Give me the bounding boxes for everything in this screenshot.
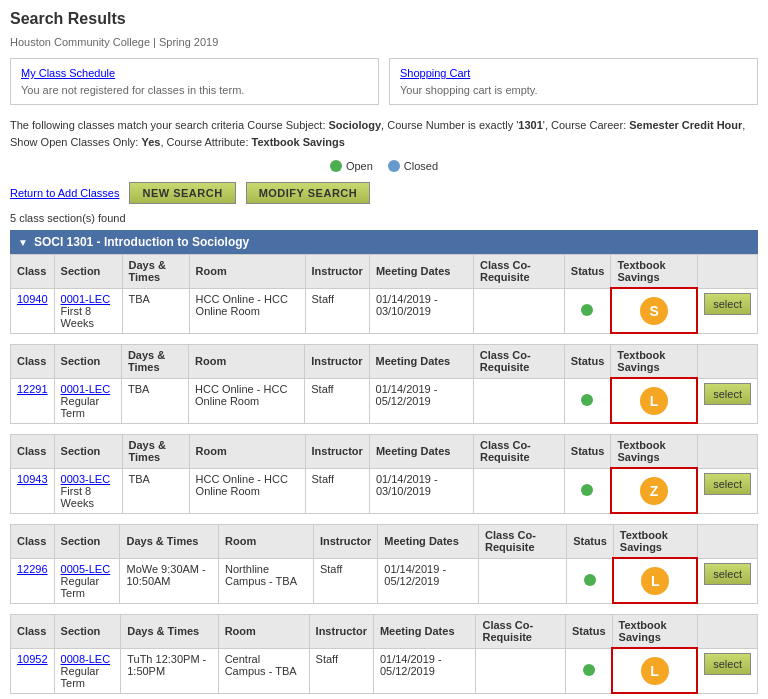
table-row: 12291 0001-LEC Regular Term TBA HCC Onli… xyxy=(11,378,758,423)
status-open-dot xyxy=(581,484,593,496)
class-textbook[interactable]: L xyxy=(613,558,697,603)
textbook-icon[interactable]: S xyxy=(640,297,668,325)
results-found-text: 5 class section(s) found xyxy=(10,212,758,224)
class-textbook[interactable]: L xyxy=(612,648,697,693)
col-days-times: Days & Times xyxy=(121,615,218,649)
class-days-times: TBA xyxy=(121,378,188,423)
col-instructor: Instructor xyxy=(305,435,369,469)
class-number: 10943 xyxy=(11,468,55,513)
class-section-link[interactable]: 0001-LEC xyxy=(61,293,111,305)
class-status xyxy=(567,558,614,603)
class-co-req xyxy=(474,468,565,513)
open-legend: Open xyxy=(330,160,373,172)
class-co-req xyxy=(473,378,564,423)
class-number-link[interactable]: 12296 xyxy=(17,563,48,575)
page-title: Search Results xyxy=(10,10,758,28)
col-room: Room xyxy=(219,525,314,559)
class-number-link[interactable]: 10952 xyxy=(17,653,48,665)
select-button[interactable]: select xyxy=(704,653,751,675)
class-meeting-dates: 01/14/2019 - 05/12/2019 xyxy=(378,558,479,603)
new-search-button[interactable]: New Search xyxy=(129,182,235,204)
class-days-times: TBA xyxy=(122,288,189,333)
class-number-link[interactable]: 10943 xyxy=(17,473,48,485)
class-meeting-dates: 01/14/2019 - 05/12/2019 xyxy=(369,378,473,423)
class-meeting-dates: 01/14/2019 - 03/10/2019 xyxy=(369,468,473,513)
class-section-link[interactable]: 0008-LEC xyxy=(61,653,111,665)
col-days-times: Days & Times xyxy=(121,345,188,379)
class-textbook[interactable]: S xyxy=(611,288,697,333)
col-textbook-savings: Textbook Savings xyxy=(612,615,697,649)
col-instructor: Instructor xyxy=(305,255,369,289)
return-to-add-classes-link[interactable]: Return to Add Classes xyxy=(10,187,119,199)
class-status xyxy=(564,468,611,513)
col-days-times: Days & Times xyxy=(120,525,219,559)
col-select xyxy=(697,525,757,559)
class-days-times: MoWe 9:30AM - 10:50AM xyxy=(120,558,219,603)
shopping-cart-text: Your shopping cart is empty. xyxy=(400,84,747,96)
class-days-times: TBA xyxy=(122,468,189,513)
class-section-link[interactable]: 0001-LEC xyxy=(61,383,111,395)
col-co-req: Class Co-Requisite xyxy=(473,345,564,379)
select-button[interactable]: select xyxy=(704,563,751,585)
select-button[interactable]: select xyxy=(704,473,751,495)
select-button[interactable]: select xyxy=(704,293,751,315)
class-table-4: Class Section Days & Times Room Instruct… xyxy=(10,524,758,604)
class-number: 12296 xyxy=(11,558,55,603)
class-meeting-dates: 01/14/2019 - 05/12/2019 xyxy=(373,648,476,693)
modify-search-button[interactable]: Modify Search xyxy=(246,182,371,204)
class-instructor: Staff xyxy=(305,288,369,333)
col-days-times: Days & Times xyxy=(122,435,189,469)
class-room: HCC Online - HCC Online Room xyxy=(189,378,305,423)
textbook-icon[interactable]: L xyxy=(641,657,669,685)
class-section-sub: Regular Term xyxy=(61,665,100,689)
class-number-link[interactable]: 12291 xyxy=(17,383,48,395)
open-label: Open xyxy=(346,160,373,172)
closed-label: Closed xyxy=(404,160,438,172)
shopping-cart-link[interactable]: Shopping Cart xyxy=(400,67,470,79)
textbook-icon[interactable]: Z xyxy=(640,477,668,505)
class-number: 10952 xyxy=(11,648,55,693)
table-row: 10943 0003-LEC First 8 Weeks TBA HCC Onl… xyxy=(11,468,758,513)
col-room: Room xyxy=(218,615,309,649)
status-open-dot xyxy=(581,394,593,406)
class-number: 10940 xyxy=(11,288,55,333)
class-section: 0001-LEC First 8 Weeks xyxy=(54,288,122,333)
class-section-link[interactable]: 0005-LEC xyxy=(61,563,111,575)
col-co-req: Class Co-Requisite xyxy=(476,615,565,649)
textbook-icon[interactable]: L xyxy=(641,567,669,595)
search-criteria: The following classes match your search … xyxy=(10,117,758,150)
closed-legend: Closed xyxy=(388,160,438,172)
class-textbook[interactable]: L xyxy=(611,378,697,423)
col-status: Status xyxy=(564,435,611,469)
course-collapse-icon[interactable]: ▼ xyxy=(18,237,28,248)
col-class: Class xyxy=(11,615,55,649)
class-select: select xyxy=(697,558,757,603)
class-number-link[interactable]: 10940 xyxy=(17,293,48,305)
table-row: 10940 0001-LEC First 8 Weeks TBA HCC Onl… xyxy=(11,288,758,333)
class-status xyxy=(565,648,612,693)
class-meeting-dates: 01/14/2019 - 03/10/2019 xyxy=(369,288,473,333)
col-meeting-dates: Meeting Dates xyxy=(369,435,473,469)
col-instructor: Instructor xyxy=(313,525,377,559)
col-status: Status xyxy=(564,345,611,379)
col-select xyxy=(697,615,757,649)
class-instructor: Staff xyxy=(309,648,373,693)
col-section: Section xyxy=(54,435,122,469)
class-instructor: Staff xyxy=(313,558,377,603)
col-meeting-dates: Meeting Dates xyxy=(369,255,473,289)
shopping-cart-box: Shopping Cart Your shopping cart is empt… xyxy=(389,58,758,105)
classes-container: Class Section Days & Times Room Instruct… xyxy=(10,254,758,694)
textbook-icon[interactable]: L xyxy=(640,387,668,415)
class-select: select xyxy=(697,648,757,693)
class-section: 0008-LEC Regular Term xyxy=(54,648,121,693)
my-class-schedule-link[interactable]: My Class Schedule xyxy=(21,67,115,79)
class-textbook[interactable]: Z xyxy=(611,468,697,513)
closed-dot xyxy=(388,160,400,172)
col-section: Section xyxy=(54,255,122,289)
select-button[interactable]: select xyxy=(704,383,751,405)
table-row: 10952 0008-LEC Regular Term TuTh 12:30PM… xyxy=(11,648,758,693)
my-class-schedule-box: My Class Schedule You are not registered… xyxy=(10,58,379,105)
class-section-link[interactable]: 0003-LEC xyxy=(61,473,111,485)
class-instructor: Staff xyxy=(305,468,369,513)
class-room: Central Campus - TBA xyxy=(218,648,309,693)
